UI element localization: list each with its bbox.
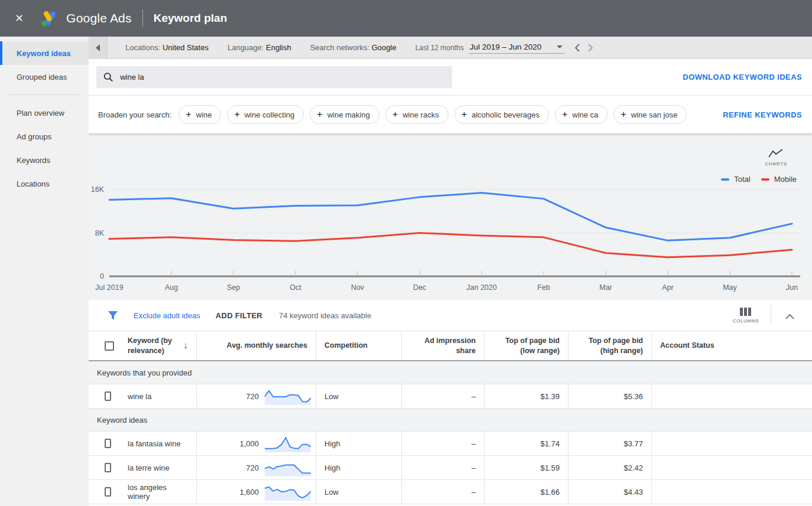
- top-bid-high-cell: $5.36: [569, 384, 652, 408]
- chevron-up-icon: [785, 314, 794, 319]
- group-header-row: Keyword ideas: [89, 409, 812, 432]
- table-header-row: Keyword (by relevance) ↓ Avg. monthly se…: [89, 331, 812, 361]
- keyword-search-box[interactable]: [96, 66, 452, 88]
- sidebar-item-keywords[interactable]: Keywords: [0, 148, 89, 172]
- broaden-chip-wine-collecting[interactable]: +wine collecting: [227, 105, 304, 124]
- ad-impression-share-cell: –: [402, 384, 485, 408]
- account-status-cell: [652, 432, 812, 455]
- svg-text:16K: 16K: [91, 185, 105, 194]
- competition-cell: High: [316, 456, 402, 479]
- broaden-chip-wine-racks[interactable]: +wine racks: [385, 105, 449, 124]
- plan-settings-toolbar: Locations: United States Language: Engli…: [89, 37, 812, 59]
- arrow-left-icon: [95, 44, 100, 51]
- broaden-chip-wine-san-jose[interactable]: +wine san jose: [613, 105, 687, 124]
- row-checkbox[interactable]: [105, 463, 111, 472]
- date-range-selector[interactable]: Jul 2019 – Jun 2020: [469, 41, 566, 54]
- column-header-top-bid-high[interactable]: Top of page bid (high range): [569, 331, 652, 360]
- table-filter-bar: Exclude adult ideas ADD FILTER 74 keywor…: [89, 300, 812, 331]
- top-bid-low-cell: $1.39: [485, 384, 569, 408]
- keyword-search-input[interactable]: [120, 73, 445, 81]
- ad-impression-share-cell: –: [402, 432, 485, 455]
- table-body: Keywords that you providedwine la720Low–…: [89, 361, 812, 504]
- svg-text:Oct: Oct: [290, 283, 301, 292]
- search-networks-setting[interactable]: Search networks: Google: [310, 43, 397, 52]
- sidebar-item-ad-groups[interactable]: Ad groups: [0, 125, 89, 148]
- sidebar-item-locations[interactable]: Locations: [0, 172, 89, 195]
- sort-descending-icon[interactable]: ↓: [183, 339, 188, 352]
- collapse-table-button[interactable]: [783, 309, 803, 322]
- row-checkbox[interactable]: [105, 439, 111, 448]
- top-bid-high-cell: $4.43: [569, 480, 652, 504]
- competition-cell: Low: [316, 480, 402, 504]
- download-keyword-ideas-button[interactable]: DOWNLOAD KEYWORD IDEAS: [683, 73, 802, 81]
- locations-setting[interactable]: Locations: United States: [125, 43, 209, 52]
- close-icon[interactable]: ✕: [15, 12, 24, 25]
- broaden-chip-wine[interactable]: +wine: [178, 105, 221, 124]
- sidebar-divider: [9, 94, 79, 95]
- app-brand: Google Ads: [66, 11, 132, 25]
- google-ads-logo-icon: [39, 9, 59, 28]
- competition-cell: High: [316, 432, 402, 455]
- column-header-competition[interactable]: Competition: [316, 331, 402, 360]
- ad-impression-share-cell: –: [402, 456, 485, 479]
- account-status-cell: [652, 384, 812, 408]
- keyword-cell: la fantasia wine: [119, 432, 197, 455]
- keyword-cell: los angeles winery: [119, 480, 197, 504]
- column-header-keyword[interactable]: Keyword (by relevance) ↓: [119, 331, 197, 360]
- sidebar: Keyword ideasGrouped ideas Plan overview…: [0, 37, 89, 506]
- search-icon: [103, 72, 113, 82]
- svg-text:Apr: Apr: [662, 283, 673, 292]
- column-header-ad-impression-share[interactable]: Ad impression share: [402, 331, 485, 360]
- column-header-account-status[interactable]: Account Status: [652, 331, 812, 360]
- table-row: los angeles winery1,600Low–$1.66$4.43: [89, 480, 812, 504]
- add-filter-button[interactable]: ADD FILTER: [216, 311, 262, 320]
- plus-icon: +: [186, 110, 191, 119]
- next-period-button[interactable]: [588, 44, 593, 52]
- columns-icon: [740, 308, 751, 316]
- keyword-cell: la terre wine: [119, 456, 197, 479]
- filter-funnel-icon[interactable]: [108, 311, 118, 321]
- keyword-ideas-table-card: Exclude adult ideas ADD FILTER 74 keywor…: [89, 300, 812, 506]
- select-all-checkbox[interactable]: [105, 341, 114, 351]
- broaden-chip-wine-making[interactable]: +wine making: [310, 105, 379, 124]
- sidebar-item-plan-overview[interactable]: Plan overview: [0, 101, 89, 125]
- language-setting[interactable]: Language: English: [228, 43, 291, 52]
- svg-text:Aug: Aug: [165, 283, 178, 292]
- column-header-avg-monthly-searches[interactable]: Avg. monthly searches: [197, 331, 316, 360]
- group-header-row: Keywords that you provided: [89, 361, 812, 384]
- broaden-chip-wine-ca[interactable]: +wine ca: [555, 105, 608, 124]
- sidebar-top-items: Keyword ideasGrouped ideas: [0, 41, 89, 89]
- date-range-label: Last 12 months: [415, 44, 464, 52]
- account-status-cell: [652, 480, 812, 504]
- exclude-adult-ideas-link[interactable]: Exclude adult ideas: [134, 311, 200, 320]
- collapse-panel-button[interactable]: [89, 37, 106, 59]
- svg-text:Jan 2020: Jan 2020: [466, 283, 496, 292]
- row-checkbox[interactable]: [105, 391, 111, 401]
- plus-icon: +: [562, 110, 567, 119]
- keyword-cell: wine la: [119, 384, 197, 408]
- column-header-top-bid-low[interactable]: Top of page bid (low range): [485, 331, 569, 360]
- search-card: DOWNLOAD KEYWORD IDEAS Broaden your sear…: [89, 59, 812, 133]
- row-checkbox[interactable]: [105, 487, 111, 497]
- table-row: la terre wine720High–$1.59$2.42: [89, 456, 812, 480]
- broaden-chip-alcoholic-beverages[interactable]: +alcoholic beverages: [454, 105, 549, 124]
- columns-button[interactable]: COLUMNS: [733, 308, 759, 324]
- svg-text:Mar: Mar: [599, 283, 612, 292]
- table-row: la fantasia wine1,000High–$1.74$3.77: [89, 432, 812, 456]
- plus-icon: +: [234, 110, 239, 119]
- filter-bar-divider: [771, 305, 771, 325]
- plus-icon: +: [462, 110, 467, 119]
- competition-cell: Low: [316, 384, 402, 408]
- sidebar-item-grouped-ideas[interactable]: Grouped ideas: [0, 65, 89, 89]
- svg-text:Sep: Sep: [227, 283, 240, 292]
- broaden-chips: +wine+wine collecting+wine making+wine r…: [178, 105, 693, 124]
- previous-period-button[interactable]: [574, 44, 580, 52]
- top-bid-low-cell: $1.74: [485, 432, 569, 455]
- svg-text:May: May: [723, 283, 737, 292]
- sidebar-item-keyword-ideas[interactable]: Keyword ideas: [0, 41, 89, 65]
- refine-keywords-button[interactable]: REFINE KEYWORDS: [723, 110, 802, 119]
- avg-monthly-searches-cell: 1,000: [197, 432, 316, 455]
- svg-text:Dec: Dec: [413, 283, 426, 292]
- search-volume-sparkline: [264, 435, 311, 452]
- svg-text:Feb: Feb: [537, 283, 550, 292]
